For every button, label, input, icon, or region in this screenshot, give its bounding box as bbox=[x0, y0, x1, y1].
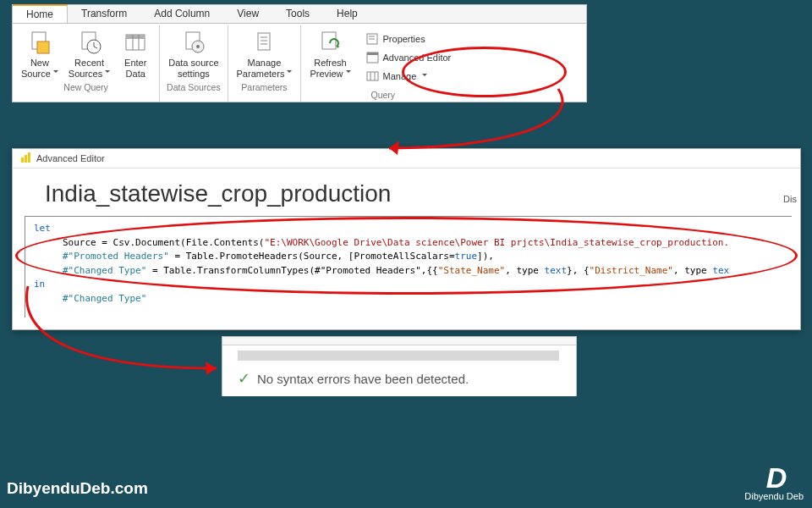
ribbon-toolbar: Home Transform Add Column View Tools Hel… bbox=[12, 4, 587, 102]
kw-in: in bbox=[34, 279, 45, 290]
check-icon: ✓ bbox=[238, 369, 250, 388]
group-parameters-label: Parameters bbox=[233, 80, 296, 93]
code-changed-type: #"Changed Type" bbox=[63, 265, 146, 276]
group-query: Refresh Preview Properties Advanced Edit… bbox=[301, 25, 464, 102]
tab-home[interactable]: Home bbox=[13, 4, 68, 23]
tab-view[interactable]: View bbox=[223, 5, 272, 23]
refresh-preview-label: Refresh Preview bbox=[310, 58, 350, 79]
advanced-editor-label: Advanced Editor bbox=[383, 52, 452, 63]
group-new-query: New Source Recent Sources Enter Data New… bbox=[13, 25, 160, 102]
tab-tools[interactable]: Tools bbox=[272, 5, 323, 23]
code-editor[interactable]: let Source = Csv.Document(File.Contents(… bbox=[25, 216, 792, 318]
ribbon-tabs: Home Transform Add Column View Tools Hel… bbox=[13, 5, 586, 24]
svg-rect-20 bbox=[367, 52, 378, 55]
group-parameters: Manage Parameters Parameters bbox=[228, 25, 302, 102]
data-source-settings-label: Data source settings bbox=[168, 58, 218, 79]
status-message-text: No syntax errors have been detected. bbox=[257, 372, 469, 386]
code-line-source: Source = bbox=[63, 237, 113, 248]
svg-rect-25 bbox=[25, 155, 27, 163]
new-source-button[interactable]: New Source bbox=[18, 27, 62, 80]
manage-parameters-label: Manage Parameters bbox=[237, 58, 293, 79]
data-source-settings-button[interactable]: Data source settings bbox=[165, 27, 222, 80]
properties-button[interactable]: Properties bbox=[363, 30, 455, 47]
new-source-label: New Source bbox=[21, 58, 58, 79]
footer-author-name: Dibyendu Deb bbox=[744, 491, 804, 501]
recent-sources-button[interactable]: Recent Sources bbox=[65, 27, 113, 80]
svg-rect-11 bbox=[258, 33, 270, 50]
tab-add-column[interactable]: Add Column bbox=[140, 5, 223, 23]
footer-site: DibyenduDeb.com bbox=[7, 479, 148, 498]
svg-rect-15 bbox=[322, 32, 336, 49]
editor-title-text: Advanced Editor bbox=[36, 153, 105, 163]
kw-let: let bbox=[34, 223, 51, 234]
manage-parameters-button[interactable]: Manage Parameters bbox=[233, 27, 296, 80]
group-new-query-label: New Query bbox=[18, 80, 154, 93]
manage-label: Manage bbox=[383, 71, 417, 81]
svg-rect-5 bbox=[126, 35, 145, 39]
status-message-row: ✓ No syntax errors have been detected. bbox=[222, 364, 576, 396]
group-data-sources: Data source settings Data Sources bbox=[160, 25, 228, 102]
svg-rect-21 bbox=[367, 72, 378, 80]
group-data-sources-label: Data Sources bbox=[165, 80, 222, 93]
syntax-status-panel: ✓ No syntax errors have been detected. bbox=[222, 336, 577, 396]
data-source-settings-icon bbox=[180, 29, 207, 56]
advanced-editor-icon bbox=[366, 51, 380, 64]
refresh-icon bbox=[316, 29, 343, 56]
refresh-preview-button[interactable]: Refresh Preview bbox=[306, 27, 354, 80]
query-name-text: India_statewise_crop_production bbox=[45, 180, 391, 207]
manage-parameters-icon bbox=[250, 29, 277, 56]
manage-button[interactable]: Manage bbox=[363, 68, 455, 85]
query-side-buttons: Properties Advanced Editor Manage bbox=[358, 27, 460, 88]
enter-data-button[interactable]: Enter Data bbox=[117, 27, 154, 80]
enter-data-label: Enter Data bbox=[124, 58, 146, 79]
properties-label: Properties bbox=[383, 34, 425, 44]
code-promoted-headers: #"Promoted Headers" bbox=[63, 251, 169, 262]
status-top-strip bbox=[222, 337, 576, 345]
tab-transform[interactable]: Transform bbox=[68, 5, 140, 23]
powerbi-icon bbox=[19, 152, 31, 165]
recent-sources-icon bbox=[76, 29, 103, 56]
query-name-heading: India_statewise_crop_production Dis bbox=[13, 168, 800, 216]
svg-rect-26 bbox=[28, 152, 30, 163]
tab-help[interactable]: Help bbox=[323, 5, 371, 23]
advanced-editor-button[interactable]: Advanced Editor bbox=[363, 49, 455, 66]
properties-icon bbox=[366, 32, 380, 46]
advanced-editor-window: Advanced Editor India_statewise_crop_pro… bbox=[12, 148, 801, 330]
status-gray-bar bbox=[238, 351, 559, 361]
svg-rect-1 bbox=[37, 41, 49, 53]
svg-rect-24 bbox=[21, 157, 24, 163]
recent-sources-label: Recent Sources bbox=[69, 58, 110, 79]
group-query-label: Query bbox=[306, 88, 459, 101]
editor-titlebar: Advanced Editor bbox=[13, 149, 800, 168]
code-final: #"Changed Type" bbox=[63, 293, 146, 304]
svg-point-10 bbox=[196, 45, 200, 48]
dd-logo-icon: D bbox=[744, 465, 804, 491]
new-source-icon bbox=[26, 29, 53, 56]
ribbon-body: New Source Recent Sources Enter Data New… bbox=[13, 24, 586, 102]
manage-icon bbox=[366, 69, 380, 83]
footer-author: D Dibyendu Deb bbox=[744, 465, 804, 501]
display-options-truncated[interactable]: Dis bbox=[783, 194, 797, 204]
enter-data-icon bbox=[122, 29, 149, 56]
